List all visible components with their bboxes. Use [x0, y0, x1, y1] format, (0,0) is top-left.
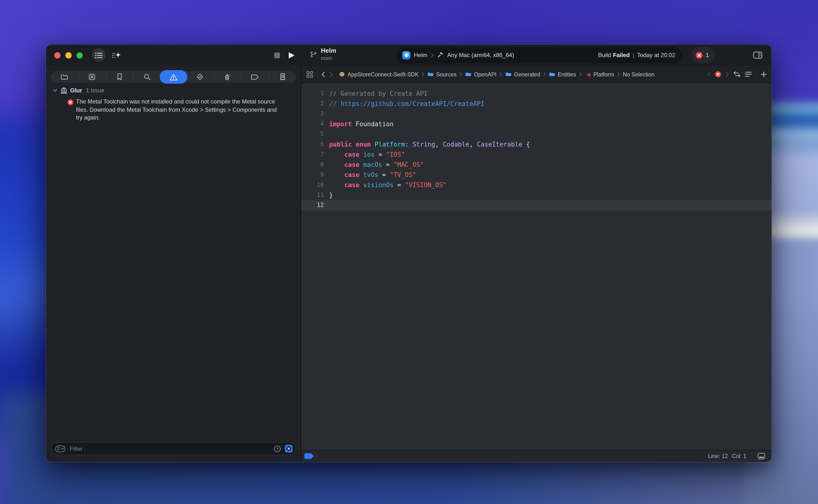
- breadcrumb-item[interactable]: Generated: [505, 71, 541, 77]
- breadcrumb-label: Platform: [594, 71, 614, 77]
- code-editor[interactable]: 1// Generated by Create API2// https://g…: [301, 83, 772, 450]
- editor-pane: AppStoreConnect-Swift-SDKSourcesOpenAPIG…: [301, 66, 772, 462]
- breadcrumb-item[interactable]: Entities: [549, 71, 576, 77]
- line-number: 3: [301, 109, 324, 119]
- disclosure-chevron-icon[interactable]: [53, 89, 58, 92]
- source-control-navigator-tab[interactable]: [78, 71, 106, 83]
- previous-issue-button[interactable]: [707, 72, 711, 77]
- scheme-name[interactable]: Helm: [414, 52, 428, 59]
- breadcrumb-chevron-icon: [500, 72, 503, 76]
- run-button[interactable]: [285, 48, 297, 62]
- jumpbar-separator: [756, 70, 757, 78]
- issues-navigator-tab[interactable]: [160, 70, 187, 84]
- stop-button[interactable]: [271, 48, 283, 62]
- next-issue-button[interactable]: [726, 72, 729, 77]
- issue-count-badge[interactable]: [715, 71, 721, 77]
- find-icon: [143, 73, 151, 81]
- editor-options-button[interactable]: [745, 72, 752, 77]
- issue-message[interactable]: The Metal Toolchain was not installed an…: [76, 98, 284, 122]
- tests-navigator-tab[interactable]: [186, 71, 214, 83]
- build-status: Build Failed | Today at 20:02: [598, 52, 675, 59]
- code-text: // https://github.com/CreateAPI/CreateAP…: [329, 99, 485, 109]
- build-status-prefix: Build: [598, 52, 611, 59]
- library-icon: [60, 87, 67, 94]
- toolbar-separator: [284, 49, 284, 61]
- issues-icon: [169, 73, 178, 81]
- code-text: // Generated by Create API: [329, 89, 428, 99]
- breadcrumb-chevron-icon: [543, 72, 546, 76]
- find-navigator-tab[interactable]: [133, 71, 161, 83]
- bottom-panel-toggle[interactable]: [758, 453, 765, 460]
- code-line: 6public enum Platform: String, Codable, …: [301, 139, 772, 149]
- zoom-button[interactable]: [76, 52, 83, 59]
- breadcrumb-item[interactable]: Sources: [428, 71, 457, 77]
- breakpoints-navigator-tab[interactable]: [241, 71, 269, 83]
- jumpbar-right-controls: [707, 70, 767, 78]
- breadcrumb-chevron-icon: [579, 72, 582, 76]
- jumpbar-separator: [317, 70, 317, 78]
- breakpoint-indicator[interactable]: [304, 453, 314, 459]
- folder-icon: [549, 71, 555, 77]
- error-icon: [67, 99, 74, 105]
- play-icon: [288, 52, 294, 59]
- list-view-button[interactable]: [92, 48, 105, 62]
- code-line: 3: [301, 109, 772, 119]
- error-filter-toggle[interactable]: [284, 445, 293, 453]
- breadcrumb-item[interactable]: AppStoreConnect-Swift-SDK: [339, 71, 419, 77]
- breakpoints-icon: [251, 74, 259, 80]
- forward-button[interactable]: [329, 71, 333, 77]
- folder-icon: [428, 71, 434, 77]
- breadcrumb-chevron-icon: [459, 72, 462, 76]
- line-number: 9: [301, 170, 324, 180]
- breadcrumb-chevron-icon: [422, 72, 425, 76]
- line-number: 2: [301, 99, 324, 109]
- breadcrumb-chevron-icon: [617, 72, 620, 76]
- scheme-selector[interactable]: Helm Any Mac (arm64, x86_64) Build Faile…: [396, 47, 682, 63]
- error-count-badge[interactable]: 1: [691, 47, 715, 63]
- code-line: 11}: [301, 190, 772, 200]
- git-branch-icon: [310, 51, 317, 58]
- breadcrumb-label: Sources: [436, 71, 457, 77]
- bookmarks-navigator-tab[interactable]: [106, 71, 133, 83]
- minimize-button[interactable]: [65, 52, 72, 59]
- close-button[interactable]: [54, 52, 60, 59]
- inspector-panel-icon: [753, 51, 762, 59]
- code-line: 9 case tvOs = "TV_OS": [301, 170, 772, 180]
- breadcrumb-item[interactable]: OpenAPI: [465, 71, 496, 77]
- breadcrumb-label: OpenAPI: [474, 71, 496, 77]
- debug-icon: [224, 73, 231, 81]
- line-number: 10: [301, 180, 324, 190]
- breadcrumb: AppStoreConnect-Swift-SDKSourcesOpenAPIG…: [339, 71, 654, 77]
- breadcrumb-item[interactable]: Platform: [585, 71, 614, 77]
- project-navigator-tab[interactable]: [51, 71, 78, 83]
- source-control-icon: [88, 73, 96, 81]
- run-destination[interactable]: Any Mac (arm64, x86_64): [447, 52, 514, 59]
- line-indicator: Line: 12: [708, 453, 728, 459]
- jump-bar: AppStoreConnect-Swift-SDKSourcesOpenAPIG…: [301, 66, 772, 83]
- breadcrumb-item[interactable]: No Selection: [623, 71, 654, 77]
- filter-menu-icon[interactable]: [55, 445, 65, 452]
- code-line: 5: [301, 129, 772, 139]
- inspector-toggle-button[interactable]: [750, 48, 765, 62]
- line-number: 12: [301, 200, 324, 210]
- back-button[interactable]: [321, 71, 325, 77]
- breadcrumb-label: No Selection: [623, 71, 654, 77]
- code-text: case visionOs = "VISION_OS": [329, 180, 447, 190]
- filter-input[interactable]: [69, 445, 270, 452]
- desktop: Helm main Helm Any Mac (arm64, x86_64) B…: [0, 0, 818, 504]
- recent-clock-button[interactable]: [273, 445, 281, 452]
- add-editor-button[interactable]: [761, 71, 767, 77]
- line-number: 6: [301, 139, 324, 149]
- reports-navigator-tab[interactable]: [269, 71, 296, 83]
- issue-group-row[interactable]: Glur 1 issue: [53, 87, 104, 94]
- folder-icon: [505, 71, 512, 77]
- statusbar-separator: [752, 453, 752, 459]
- swift-icon: [585, 71, 591, 77]
- bookmarks-icon: [116, 73, 123, 81]
- coding-assistant-button[interactable]: [109, 48, 123, 62]
- debug-navigator-tab[interactable]: [214, 71, 241, 83]
- line-number: 11: [301, 190, 324, 200]
- code-review-button[interactable]: [733, 71, 741, 77]
- related-items-button[interactable]: [306, 71, 313, 78]
- code-line: 7 case ios = "IOS": [301, 149, 772, 160]
